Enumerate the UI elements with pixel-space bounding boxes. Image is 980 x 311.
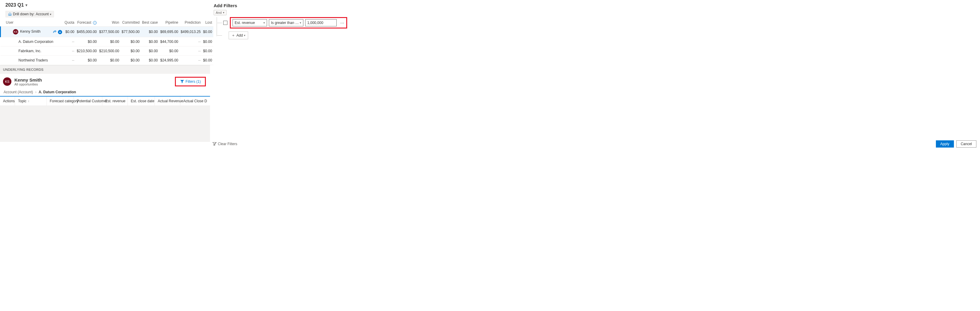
- avatar: KS: [3, 78, 11, 86]
- add-condition-button[interactable]: ＋ Add ▾: [229, 32, 248, 39]
- condition-checkbox[interactable]: [223, 21, 228, 25]
- col-forecast-cat[interactable]: Forecast category: [47, 97, 74, 106]
- breadcrumb-root[interactable]: Account (Account): [3, 90, 33, 94]
- cell-forecast: $455,000.00: [76, 27, 98, 37]
- cell-committed: $0.00: [120, 46, 141, 56]
- filter-operator-select[interactable]: Is greater than or equal ... ▾: [269, 19, 303, 26]
- filter-field-select[interactable]: Est. revenue ▾: [232, 19, 267, 26]
- cell-pipeline: $44,700.00: [159, 37, 180, 46]
- cell-pipeline: $0.00: [159, 46, 180, 56]
- arrow-up-circle-icon[interactable]: ▲: [58, 30, 62, 34]
- row-name: Northwind Traders: [19, 58, 48, 62]
- col-user[interactable]: User: [1, 19, 64, 27]
- filters-highlight: Filters (1): [175, 77, 206, 86]
- row-name-cell: A. Datum Corporation: [1, 37, 64, 46]
- cell-best: $0.00: [141, 37, 159, 46]
- cell-forecast: $210,500.00: [76, 46, 98, 56]
- sort-up-icon: ↑: [28, 100, 29, 103]
- table-row[interactable]: A. Datum Corporation--$0.00$0.00$0.00$0.…: [1, 37, 213, 46]
- add-filters-title: Add Filters: [212, 3, 980, 9]
- col-forecast[interactable]: Forecast i: [76, 19, 98, 27]
- col-est-close[interactable]: Est. close date: [128, 97, 155, 106]
- breadcrumb-current: A. Datum Corporation: [39, 90, 76, 94]
- cell-forecast: $0.00: [76, 56, 98, 65]
- chevron-right-icon: ›: [35, 90, 36, 94]
- chevron-down-icon: ▾: [300, 21, 301, 24]
- col-forecast-label: Forecast: [77, 21, 91, 25]
- clear-filters-button[interactable]: Clear Filters: [212, 142, 237, 146]
- cell-quota: --: [63, 37, 76, 46]
- drill-down-pill[interactable]: Drill down by: Account ▾: [5, 11, 54, 17]
- cell-prediction: $499,013.25: [180, 27, 202, 37]
- opportunity-columns: Actions Topic ↑ Forecast category Potent…: [0, 97, 210, 106]
- breadcrumb: Account (Account) › A. Datum Corporation: [0, 89, 210, 97]
- apply-button[interactable]: Apply: [936, 140, 954, 148]
- filter-condition-row: Est. revenue ▾ Is greater than or equal …: [217, 17, 980, 29]
- col-topic[interactable]: Topic ↑: [15, 97, 47, 106]
- clear-filters-label: Clear Filters: [218, 142, 237, 146]
- cell-quota: --: [63, 46, 76, 56]
- cancel-button[interactable]: Cancel: [956, 140, 977, 148]
- condition-highlight: Est. revenue ▾ Is greater than or equal …: [230, 17, 347, 29]
- col-topic-label: Topic: [18, 99, 26, 103]
- cell-quota: $0.00: [63, 27, 76, 37]
- cell-prediction: --: [180, 56, 202, 65]
- table-row[interactable]: KSKenny Smith▲$0.00$455,000.00$377,500.0…: [1, 27, 213, 37]
- cell-won: $0.00: [98, 56, 120, 65]
- share-icon[interactable]: [52, 30, 57, 34]
- cell-committed: $0.00: [120, 56, 141, 65]
- more-icon[interactable]: ⋯: [340, 21, 344, 25]
- clear-filter-icon: [212, 142, 216, 146]
- forecast-table: User Quota Forecast i Won Committed Best…: [0, 19, 213, 65]
- col-actual-close[interactable]: Actual Close D: [180, 97, 210, 106]
- plus-icon: ＋: [231, 33, 235, 38]
- cell-pipeline: $69,695.00: [159, 27, 180, 37]
- col-est-rev[interactable]: Est. revenue: [102, 97, 128, 106]
- drill-prefix: Drill down by:: [13, 12, 35, 16]
- col-prediction[interactable]: Prediction: [180, 19, 202, 27]
- chevron-down-icon: ▾: [223, 11, 224, 14]
- row-name-cell: Northwind Traders: [1, 56, 64, 65]
- table-row[interactable]: Northwind Traders--$0.00$0.00$0.00$0.00$…: [1, 56, 213, 65]
- row-name: A. Datum Corporation: [19, 40, 53, 44]
- cell-best: $0.00: [141, 46, 159, 56]
- group-operator-button[interactable]: And ▾: [214, 10, 226, 15]
- and-label: And: [216, 11, 222, 14]
- avatar: KS: [13, 29, 18, 35]
- cell-quota: --: [63, 56, 76, 65]
- table-row[interactable]: Fabrikam, Inc.--$210,500.00$210,500.00$0…: [1, 46, 213, 56]
- col-potential[interactable]: Potential Customer: [74, 97, 102, 106]
- cell-best: $0.00: [141, 27, 159, 37]
- row-name: Kenny Smith: [20, 29, 40, 33]
- col-best[interactable]: Best case: [141, 19, 159, 27]
- filter-icon: [180, 79, 184, 84]
- info-icon[interactable]: i: [93, 21, 97, 25]
- row-name-cell: Fabrikam, Inc.: [1, 46, 64, 56]
- col-pipeline[interactable]: Pipeline: [159, 19, 180, 27]
- opportunity-empty-area: [0, 106, 210, 142]
- filters-button[interactable]: Filters (1): [178, 78, 203, 85]
- cell-best: $0.00: [141, 56, 159, 65]
- cell-won: $0.00: [98, 37, 120, 46]
- col-actual-rev[interactable]: Actual Revenue: [155, 97, 180, 106]
- cell-won: $377,500.00: [98, 27, 120, 37]
- col-quota[interactable]: Quota: [63, 19, 76, 27]
- tree-line: [217, 35, 222, 36]
- cell-committed: $77,500.00: [120, 27, 141, 37]
- filters-label: Filters (1): [185, 79, 201, 84]
- row-name-cell: KSKenny Smith▲: [1, 27, 64, 37]
- chevron-down-icon: ▾: [264, 21, 265, 24]
- cell-prediction: --: [180, 37, 202, 46]
- col-committed[interactable]: Committed: [120, 19, 141, 27]
- col-actions[interactable]: Actions: [0, 97, 15, 106]
- cell-committed: $0.00: [120, 37, 141, 46]
- period-selector[interactable]: 2023 Q1 ▾: [0, 0, 210, 9]
- drill-value: Account: [36, 12, 49, 16]
- row-name: Fabrikam, Inc.: [19, 49, 41, 53]
- filter-value-input[interactable]: 1,000,000: [305, 19, 337, 26]
- chevron-down-icon: ▾: [50, 13, 51, 16]
- col-won[interactable]: Won: [98, 19, 120, 27]
- profile-sub: All opportunities: [14, 83, 42, 86]
- cell-prediction: --: [180, 46, 202, 56]
- cell-forecast: $0.00: [76, 37, 98, 46]
